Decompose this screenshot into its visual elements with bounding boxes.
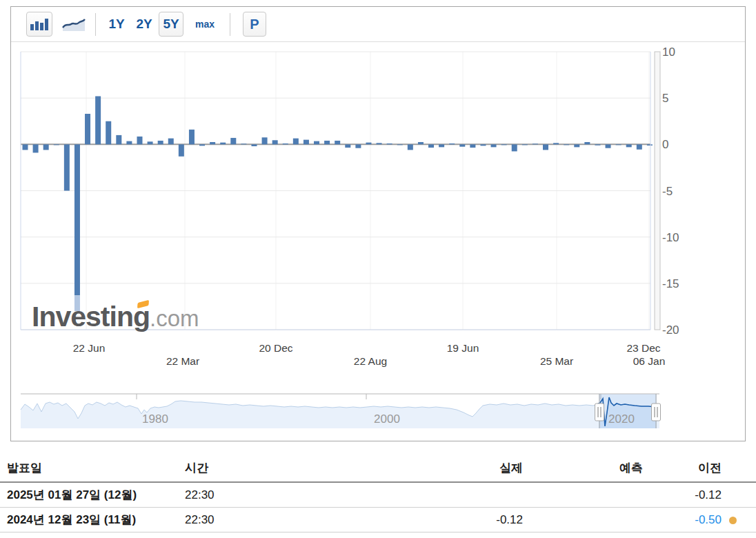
bar <box>33 144 39 152</box>
bar <box>345 144 350 148</box>
bar <box>449 143 455 144</box>
toolbar-divider <box>230 13 230 36</box>
bar <box>595 144 600 145</box>
status-dot <box>729 517 737 524</box>
bar <box>377 143 382 144</box>
x-tick-label: 20 Dec <box>259 342 292 354</box>
navigator <box>21 394 661 428</box>
horizontal-gridlines <box>21 52 650 330</box>
bar <box>626 144 632 147</box>
bar <box>480 144 486 146</box>
bar <box>74 144 80 295</box>
range-button-max[interactable]: max <box>190 12 219 37</box>
y-tick-label: -15 <box>662 277 679 290</box>
bar <box>64 144 70 190</box>
bar <box>439 144 444 147</box>
bar <box>428 144 434 148</box>
y-tick-label: -20 <box>662 323 679 337</box>
release-date-cell: 2025년 01월 27일 (12월) <box>0 487 185 503</box>
bar <box>304 140 309 145</box>
bar-tip <box>74 295 80 311</box>
header-previous: 이전 <box>643 460 722 476</box>
chart-toolbar: 1Y 2Y 5Y max P <box>11 7 745 42</box>
bar <box>179 144 184 156</box>
bar <box>148 141 153 144</box>
table-row: 2025년 01월 27일 (12월) 22:30 -0.12 <box>0 483 756 508</box>
y-tick-label: 0 <box>662 138 668 151</box>
bar <box>168 139 174 145</box>
header-actual: 실제 <box>350 460 523 476</box>
economic-calendar-table: 발표일 시간 실제 예측 이전 2025년 01월 27일 (12월) 22:3… <box>0 454 756 532</box>
bar <box>366 143 371 145</box>
bar <box>533 143 538 144</box>
bar <box>95 96 101 144</box>
y-tick-label: 5 <box>662 92 668 105</box>
time-cell: 22:30 <box>185 488 350 502</box>
x-tick-label: 22 Aug <box>354 355 387 367</box>
bar <box>220 143 226 145</box>
navigator-year-label: 2020 <box>608 412 635 426</box>
x-tick-label: 22 Jun <box>73 342 106 354</box>
navigator-year-label: 1980 <box>142 412 168 426</box>
header-time: 시간 <box>185 460 350 476</box>
bar <box>137 137 142 144</box>
chart-region: 1050-5-10-15-2022 Jun22 Mar20 Dec22 Aug1… <box>11 42 745 441</box>
bar <box>335 141 340 144</box>
toolbar-divider <box>95 13 96 36</box>
navigator-area <box>21 397 659 428</box>
time-cell: 22:30 <box>185 513 350 527</box>
bar-series <box>23 96 653 311</box>
x-tick-label: 23 Dec <box>626 342 660 354</box>
bar <box>116 135 121 144</box>
bar-chart-icon <box>30 17 49 31</box>
bar <box>126 141 132 145</box>
bar <box>241 143 246 144</box>
bar <box>85 114 90 144</box>
actual-cell: -0.12 <box>350 513 523 527</box>
bar <box>512 144 517 151</box>
bar <box>616 144 621 145</box>
bar <box>584 142 590 144</box>
bar <box>522 144 528 145</box>
previous-cell: -0.12 <box>643 488 722 502</box>
bar <box>418 142 424 144</box>
y-tick-label: -5 <box>662 185 673 198</box>
previous-cell: -0.50 <box>643 513 722 527</box>
bar <box>199 144 205 146</box>
bar <box>408 144 413 150</box>
bar <box>355 144 361 148</box>
bar <box>637 144 642 149</box>
bar <box>553 143 559 144</box>
bar <box>543 144 548 150</box>
bar <box>283 143 288 144</box>
range-button-2y[interactable]: 2Y <box>133 12 155 37</box>
bar-chart-type-button[interactable] <box>26 12 52 37</box>
bar <box>564 144 569 145</box>
x-axis-labels: 22 Jun22 Mar20 Dec22 Aug19 Jun25 Mar23 D… <box>73 342 666 367</box>
period-button[interactable]: P <box>243 12 266 37</box>
bar <box>647 144 653 146</box>
y-axis-labels: 1050-5-10-15-20 <box>662 46 679 337</box>
table-row: 2024년 12월 23일 (11월) 22:30 -0.12 -0.50 <box>0 508 756 532</box>
range-button-5y[interactable]: 5Y <box>159 12 183 37</box>
y-tick-label: -10 <box>662 231 679 244</box>
bar <box>23 144 28 150</box>
bar <box>574 144 579 147</box>
bar <box>606 144 611 148</box>
bar <box>106 121 111 145</box>
bar <box>459 144 465 146</box>
bar <box>251 144 257 146</box>
bar <box>491 144 497 147</box>
bar <box>43 144 49 150</box>
bar <box>158 141 163 144</box>
area-chart-type-button[interactable] <box>61 12 87 37</box>
y-scrollbar[interactable] <box>655 52 660 330</box>
navigator-year-label: 2000 <box>374 412 400 426</box>
range-button-1y[interactable]: 1Y <box>106 12 128 37</box>
x-tick-label: 06 Jan <box>633 355 666 367</box>
bar <box>293 139 299 145</box>
x-tick-label: 25 Mar <box>540 355 573 367</box>
bar <box>210 142 215 144</box>
bar <box>470 144 475 148</box>
bar <box>501 144 507 145</box>
